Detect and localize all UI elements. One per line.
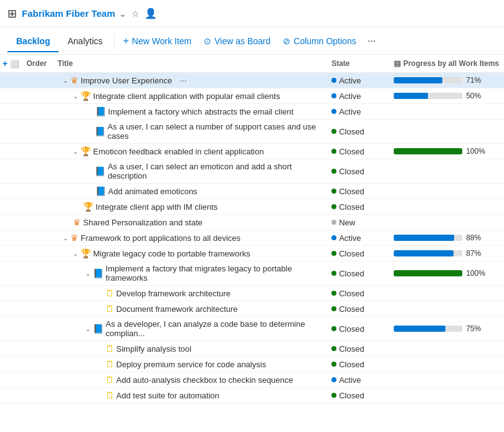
feature-icon: 🏆 [80,248,91,258]
collapse-icon[interactable]: ⌄ [63,235,68,242]
state-dot [331,204,336,209]
row-state: Closed [326,159,389,184]
row-order [22,159,53,184]
table-row: 📘 As a user, I can select a number of su… [0,120,504,144]
row-checkbox-cell [0,246,22,261]
row-checkbox-cell [0,286,22,301]
task-icon: 🗒 [105,359,114,369]
row-title[interactable]: Improve User Experience [81,76,173,85]
team-name[interactable]: Fabrikam Fiber Team [22,8,115,19]
collapse-icon[interactable]: ⌄ [73,250,78,257]
table-row: ⌄ ♛ Improve User Experience ··· Active 7… [0,73,504,88]
col-header-state[interactable]: State [326,55,389,73]
chevron-down-icon[interactable]: ⌄ [119,9,126,19]
row-title-cell: ⌄ 🏆 Migrate legacy code to portable fram… [53,246,327,261]
new-work-item-button[interactable]: + New Work Item [117,32,198,50]
state-dot [331,393,336,398]
row-title-cell: ⌄ ♛ Framework to port applications to al… [53,230,327,246]
row-order [22,199,53,215]
row-title[interactable]: Emoticon feedback enabled in client appl… [93,147,264,156]
col-header-progress[interactable]: ▤ Progress by all Work Items [389,55,504,73]
feature-icon: 🏆 [80,91,91,101]
row-context-menu[interactable]: ··· [179,75,187,85]
column-options-button[interactable]: ⊘ Column Options [277,32,362,50]
row-title-cell: 🗒 Deploy premium service for code analys… [53,357,327,372]
row-title-cell: ⌄ 🏆 Integrate client application with po… [53,88,327,104]
table-row: 🗒 Add test suite for automation Closed [0,388,504,403]
collapse-icon[interactable]: ⌄ [85,326,90,332]
table-body: ⌄ ♛ Improve User Experience ··· Active 7… [0,73,504,403]
nav-backlog[interactable]: Backlog [7,30,59,52]
row-title[interactable]: Simplify analysis tool [116,344,192,354]
epic-icon: ♛ [73,217,81,227]
state-label: Active [339,76,361,85]
row-title[interactable]: Shared Personalization and state [83,218,203,227]
table-row: ⌄ ♛ Framework to port applications to al… [0,230,504,246]
collapse-icon[interactable]: ⌄ [63,77,68,84]
row-title-cell: ⌄ 📘 As a developer, I can analyze a code… [53,317,327,341]
expand-all-icon[interactable]: ⬜ [10,60,19,68]
row-title-cell: 🗒 Add auto-analysis checkbox to checkin … [53,372,327,388]
state-dot [331,306,336,311]
row-title[interactable]: Deploy premium service for code analysis [116,360,267,369]
table-row: ⌄ 📘 As a developer, I can analyze a code… [0,317,504,341]
more-actions-button[interactable]: ··· [363,32,381,50]
row-title[interactable]: Integrate client application with popula… [93,92,280,101]
state-label: Closed [339,304,364,314]
row-progress: 71% [389,73,504,88]
table-row: 🗒 Deploy premium service for code analys… [0,357,504,372]
row-state: Closed [326,301,389,317]
row-title[interactable]: Implement a factory which abstracts the … [108,107,294,116]
state-label: Closed [339,360,364,369]
row-title[interactable]: Framework to port applications to all de… [81,233,241,243]
row-title[interactable]: Implement a factory that migrates legacy… [106,264,322,283]
col-header-title[interactable]: Title [53,55,327,73]
collapse-icon[interactable]: ⌄ [73,148,78,155]
table-header: + ⬜ Order Title State ▤ Progress by all … [0,55,504,73]
story-icon: 📘 [95,186,106,196]
nav-analytics[interactable]: Analytics [59,30,111,52]
row-title[interactable]: Migrate legacy code to portable framewor… [93,249,250,258]
row-title[interactable]: As a developer, I can analyze a code bas… [106,319,322,338]
row-progress [389,372,504,388]
table-row: ⌄ 📘 Implement a factory that migrates le… [0,261,504,286]
row-checkbox-cell [0,199,22,215]
table-row: 🗒 Document framework architecture Closed [0,301,504,317]
collapse-icon[interactable]: ⌄ [73,93,78,100]
row-title[interactable]: Integrate client app with IM clients [96,202,218,212]
row-progress [389,215,504,230]
add-item-icon[interactable]: + [2,59,7,68]
story-icon: 📘 [93,324,103,334]
row-progress [389,199,504,215]
row-checkbox-cell [0,341,22,357]
row-state: Closed [326,341,389,357]
state-label: Closed [339,391,364,400]
state-label: Active [339,375,361,385]
row-title[interactable]: Document framework architecture [116,304,238,314]
row-state: Active [326,372,389,388]
row-order [22,286,53,301]
row-title[interactable]: Develop framework architecture [116,289,231,298]
row-title[interactable]: As a user, I can select an emoticon and … [108,162,321,181]
state-dot [331,291,336,296]
table-row: ⌄ 🏆 Migrate legacy code to portable fram… [0,246,504,261]
view-as-board-button[interactable]: ⊙ View as Board [197,32,277,50]
row-title[interactable]: Add animated emoticons [108,187,197,196]
task-icon: 🗒 [105,304,114,314]
collapse-icon[interactable]: ⌄ [85,270,90,277]
row-order [22,230,53,246]
row-progress: 100% [389,261,504,286]
row-title-cell: 📘 As a user, I can select a number of su… [53,120,327,144]
row-progress: 75% [389,317,504,341]
row-order [22,317,53,341]
state-label: Closed [339,324,364,334]
grid-icon[interactable]: ⊞ [7,7,17,21]
col-header-order[interactable]: Order [22,55,53,73]
row-title[interactable]: Add test suite for automation [116,391,219,400]
state-dot [331,109,336,114]
star-icon[interactable]: ☆ [131,9,140,19]
person-add-icon[interactable]: 👤 [145,7,157,19]
row-title[interactable]: Add auto-analysis checkbox to checkin se… [116,375,293,385]
row-title[interactable]: As a user, I can select a number of supp… [108,122,322,141]
row-order [22,246,53,261]
